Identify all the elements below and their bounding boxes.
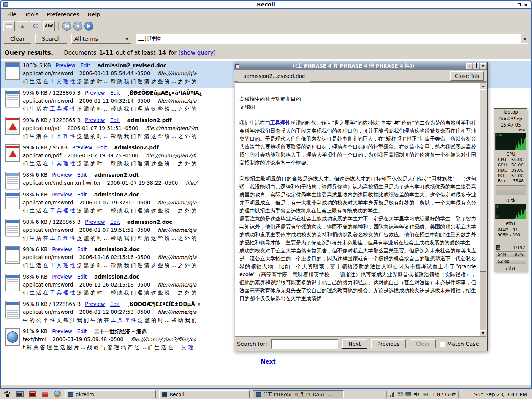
results-total: 14 — [158, 49, 166, 56]
result-mime: application/msword — [23, 98, 73, 104]
net-tx: .906M - 190 — [494, 232, 527, 238]
volume-icon[interactable] — [414, 391, 420, 397]
tray-keyboard-icon[interactable] — [397, 392, 403, 397]
scrollbar-thumb[interactable] — [480, 89, 486, 272]
prev-page-button[interactable] — [73, 22, 82, 31]
taskbar-item-gkrellm[interactable]: gkrellm — [65, 390, 156, 398]
battery-icon[interactable] — [423, 392, 429, 397]
fan-row: Fan3348 — [494, 179, 527, 184]
edit-link[interactable]: Edit — [77, 192, 87, 198]
chevron-down-icon — [523, 38, 526, 42]
search-mode-select[interactable]: All terms — [71, 34, 131, 44]
preview-minimize-icon[interactable]: – — [466, 63, 472, 69]
search-input[interactable] — [136, 34, 521, 43]
menu-tools[interactable]: Tools — [21, 10, 42, 19]
minimize-icon[interactable]: – — [513, 2, 515, 8]
edit-link[interactable]: Edit — [110, 219, 120, 225]
edit-link[interactable]: Edit — [77, 328, 87, 334]
preview-maximize-icon[interactable] — [473, 63, 479, 69]
results-range: 1-11 — [99, 49, 113, 56]
query-detail-button[interactable] — [3, 21, 15, 31]
result-title: admission2.pdf — [114, 144, 159, 150]
tray-separator — [386, 391, 387, 398]
maximize-icon[interactable] — [518, 3, 521, 6]
launcher-firefox[interactable] — [53, 390, 62, 398]
preview-link[interactable]: Preview — [85, 219, 105, 225]
find-next-button[interactable]: Next — [342, 339, 367, 348]
find-input[interactable] — [271, 339, 338, 349]
search-button[interactable]: Search — [35, 34, 67, 44]
preview-close-icon[interactable]: × — [480, 63, 486, 69]
doc-paragraph-2: 高校招生最明显的目的当然是选拔人才。但这选拔人才的目标却不仅仅是人们假定“因材施… — [239, 175, 476, 215]
edit-link[interactable]: Edit — [77, 274, 87, 280]
eth1-bottom-label: eth1 — [494, 265, 527, 272]
floppy-icon — [496, 245, 500, 250]
edit-link[interactable]: Edit — [77, 246, 87, 252]
preview-link[interactable]: Preview — [55, 62, 76, 68]
edit-link[interactable]: Edit — [110, 117, 120, 123]
find-clear-button[interactable]: Clear — [410, 339, 436, 348]
result-date: 2006-01-12 00:27:53 -0500 — [79, 309, 150, 315]
preview-link[interactable]: Preview — [52, 246, 72, 252]
preview-link[interactable]: Preview — [85, 90, 105, 96]
menu-preferences[interactable]: Preferences — [43, 10, 82, 19]
scroll-down-icon[interactable]: ▼ — [480, 330, 486, 336]
disk-zero-bottom: 0 — [496, 215, 499, 218]
preview-scrollbar[interactable]: ▲ ▼ — [480, 83, 486, 336]
preview-tab[interactable]: admission2...evised.doc — [238, 71, 310, 82]
clear-button[interactable]: Clear — [4, 34, 31, 44]
preview-link[interactable]: Preview — [52, 328, 72, 334]
result-title: admission2.doc — [94, 246, 139, 252]
launcher-terminal[interactable] — [15, 390, 24, 398]
result-meta: 96% 8 KB / 1228865 B — [23, 301, 81, 307]
find-previous-button[interactable]: Previous — [371, 339, 406, 348]
sort-button[interactable] — [17, 21, 28, 31]
preview-link[interactable]: Preview — [85, 301, 105, 307]
task-icon — [256, 392, 261, 397]
result-date: 2006-01-07 19:39:25 -0500 — [67, 152, 138, 158]
close-icon[interactable]: × — [524, 2, 528, 8]
edit-link[interactable]: Edit — [80, 62, 90, 68]
disk-label: Disk — [494, 197, 527, 204]
preview-link[interactable]: Preview — [52, 192, 72, 198]
result-meta: 98% 6 KB — [23, 246, 48, 252]
terminal-icon — [16, 391, 24, 397]
edit-link[interactable]: Edit — [77, 172, 87, 178]
show-query-link[interactable]: (show query) — [178, 49, 216, 56]
result-url: file:///home/qian2/fi — [146, 152, 196, 158]
preview-titlebar: ((工 PHRASE 4 具 PHRASE 4 理 PHRASE 4 性)) –… — [234, 62, 487, 70]
term-explorer-button[interactable]: âbĉ — [43, 21, 55, 31]
close-tab-button[interactable]: Close Tab — [450, 71, 484, 81]
menu-help[interactable]: Help — [84, 10, 103, 19]
launcher-package[interactable] — [40, 390, 49, 398]
scroll-up-icon[interactable]: ▲ — [480, 83, 486, 89]
preview-link[interactable]: Preview — [85, 117, 105, 123]
battery-meter: 52 dB — [496, 258, 526, 264]
tray-meter-icon[interactable] — [390, 392, 394, 397]
match-case-option[interactable]: Match Case — [440, 341, 479, 347]
match-case-checkbox[interactable] — [440, 342, 445, 347]
tray-display-icon[interactable] — [405, 392, 411, 397]
next-page-button[interactable] — [84, 22, 93, 31]
preview-link[interactable]: Preview — [52, 172, 72, 178]
query-dropdown-button[interactable] — [521, 34, 528, 43]
edit-link[interactable]: Edit — [110, 301, 120, 307]
result-date: 2006-01-07 19:37:00 -0500 — [79, 200, 150, 206]
edit-link[interactable]: Edit — [97, 144, 107, 150]
taskbar-item-preview[interactable]: ((工 PHRASE 4 具 PHRASE ... — [253, 390, 344, 398]
result-title: admission2.odt — [94, 172, 139, 178]
first-page-button[interactable] — [62, 22, 71, 31]
doc-paragraph-1: 我们生活在□工具理性泛滥的时代。作为“世之显学”的诸种以“事实”与“价值”的二分… — [239, 119, 476, 167]
launcher-footprint[interactable] — [3, 390, 12, 398]
taskbar-item-recoll[interactable]: Recoll — [159, 390, 250, 398]
history-button[interactable] — [30, 21, 41, 31]
edit-link[interactable]: Edit — [110, 90, 120, 96]
next-results-link[interactable]: Next — [261, 358, 276, 365]
preview-findbar: Search for: Next Previous Clear Match Ca… — [235, 337, 486, 350]
preview-link[interactable]: Preview — [52, 274, 72, 280]
preview-link[interactable]: Preview — [72, 144, 92, 150]
menu-file[interactable]: File — [4, 10, 20, 19]
taskbar-clock[interactable]: Sun Sep 23, 3:47 PM — [462, 391, 529, 397]
launcher-terminal-red[interactable] — [28, 390, 37, 398]
result-meta: 99% 6 KB / 95 KB — [23, 144, 68, 150]
